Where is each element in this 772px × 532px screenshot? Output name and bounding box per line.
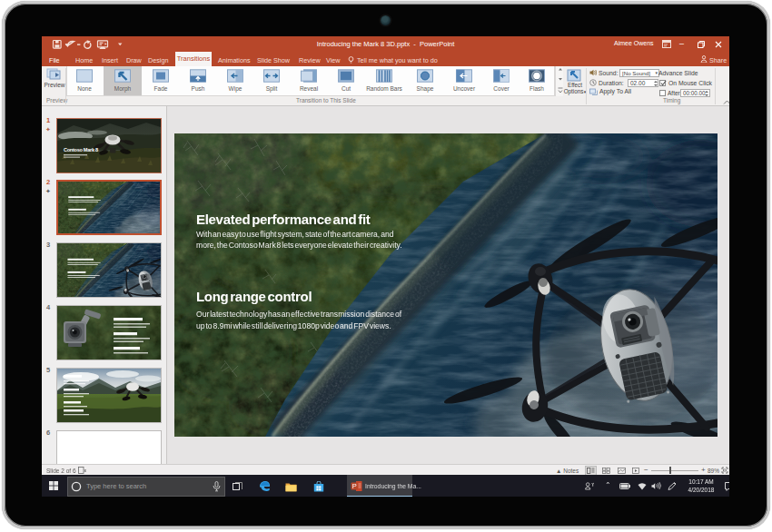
svg-text:Contoso Mark 8: Contoso Mark 8 <box>64 147 98 153</box>
svg-text:P: P <box>352 482 357 490</box>
